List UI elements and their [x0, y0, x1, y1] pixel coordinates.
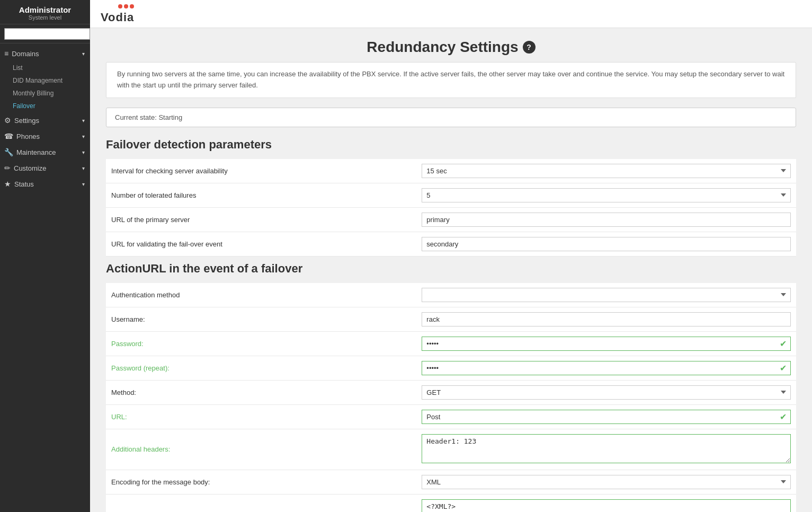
table-row: Additional headers: Header1: 123: [106, 429, 796, 470]
admin-name: Administrator: [5, 5, 85, 14]
secondary-url-input[interactable]: [422, 237, 791, 251]
nav-group-customize[interactable]: ✏ Customize ▾: [0, 160, 90, 176]
topbar: Vodia: [90, 0, 812, 28]
logo-dot-2: [124, 4, 128, 8]
page-content: Redundancy Settings ? By running two ser…: [90, 28, 812, 512]
field-label-secondary-url: URL for validating the fail-over event: [106, 232, 416, 256]
page-description: By running two servers at the same time,…: [106, 62, 796, 98]
table-row: URL: ✔: [106, 404, 796, 429]
field-input-username: [416, 307, 796, 331]
field-label-url: URL:: [106, 404, 416, 429]
password-input[interactable]: [422, 337, 791, 351]
field-label-headers: Additional headers:: [106, 429, 416, 470]
nav-group-maintenance[interactable]: 🔧 Maintenance ▾: [0, 144, 90, 160]
logo: Vodia: [101, 4, 134, 23]
search-wrap: 🔍: [0, 24, 90, 43]
url-input-wrap: ✔: [422, 410, 791, 424]
field-input-password: ✔: [416, 331, 796, 356]
table-row: Password (repeat): ✔: [106, 356, 796, 380]
phones-icon: ☎: [4, 132, 13, 140]
action-section-title: ActionURL in the event of a failover: [106, 262, 796, 276]
logo-dot-3: [130, 4, 134, 8]
field-label-primary-url: URL of the primary server: [106, 207, 416, 232]
phones-label: Phones: [16, 133, 40, 140]
field-label-failures: Number of tolerated failures: [106, 183, 416, 207]
table-row: URL of the primary server: [106, 207, 796, 232]
field-input-interval: 5 sec 10 sec 15 sec 30 sec 60 sec: [416, 159, 796, 183]
table-row: Encoding for the message body: XML JSON …: [106, 470, 796, 494]
url-input[interactable]: [422, 410, 791, 424]
field-input-encoding: XML JSON Form: [416, 470, 796, 494]
search-input[interactable]: [4, 28, 90, 40]
field-input-password-repeat: ✔: [416, 356, 796, 380]
password-repeat-input[interactable]: [422, 361, 791, 375]
domains-label: Domains: [12, 50, 39, 58]
sidebar: Administrator System level 🔍 ≡ Domains ▾…: [0, 0, 90, 512]
logo-dot-1: [118, 4, 122, 8]
sidebar-item-monthly-billing[interactable]: Monthly Billing: [0, 87, 90, 100]
failover-form-table: Interval for checking server availabilit…: [106, 159, 796, 257]
table-row: Password: ✔: [106, 331, 796, 356]
failures-select[interactable]: 3 5 10: [422, 188, 791, 202]
field-label-password: Password:: [106, 331, 416, 356]
status-icon: ★: [4, 180, 11, 188]
maintenance-caret: ▾: [82, 149, 85, 155]
field-input-auth: Basic Digest: [416, 283, 796, 307]
nav-group-status[interactable]: ★ Status ▾: [0, 176, 90, 192]
settings-label: Settings: [14, 117, 39, 125]
field-input-method: GET POST PUT: [416, 380, 796, 404]
nav-group-settings[interactable]: ⚙ Settings ▾: [0, 112, 90, 128]
field-label-auth: Authentication method: [106, 283, 416, 307]
customize-label: Customize: [14, 164, 46, 172]
admin-level: System level: [5, 14, 85, 21]
table-row: Method: GET POST PUT: [106, 380, 796, 404]
table-row: URL for validating the fail-over event: [106, 232, 796, 256]
field-label-method: Method:: [106, 380, 416, 404]
customize-icon: ✏: [4, 164, 11, 172]
method-select[interactable]: GET POST PUT: [422, 385, 791, 400]
password-input-wrap: ✔: [422, 337, 791, 351]
table-row: Interval for checking server availabilit…: [106, 159, 796, 183]
sidebar-item-list[interactable]: List: [0, 61, 90, 74]
current-state-box: Current state: Starting: [106, 108, 796, 127]
current-state-label: Current state:: [115, 113, 157, 121]
admin-header: Administrator System level: [0, 0, 90, 24]
nav-group-domains[interactable]: ≡ Domains ▾: [0, 46, 90, 61]
logo-text: Vodia: [101, 12, 134, 23]
maintenance-label: Maintenance: [16, 148, 56, 156]
field-label-interval: Interval for checking server availabilit…: [106, 159, 416, 183]
field-input-primary-url: [416, 207, 796, 232]
headers-textarea[interactable]: Header1: 123: [422, 434, 791, 463]
field-label-encoding: Encoding for the message body:: [106, 470, 416, 494]
message-body-textarea[interactable]: <?XML?>: [422, 499, 791, 512]
field-label-username: Username:: [106, 307, 416, 331]
interval-select[interactable]: 5 sec 10 sec 15 sec 30 sec 60 sec: [422, 164, 791, 178]
sidebar-item-did-management[interactable]: DID Management: [0, 74, 90, 87]
field-input-headers: Header1: 123: [416, 429, 796, 470]
help-icon[interactable]: ?: [523, 41, 536, 54]
phones-caret: ▾: [82, 134, 85, 139]
main-content: Vodia Redundancy Settings ? By running t…: [90, 0, 812, 512]
username-input[interactable]: [422, 312, 791, 326]
domains-icon: ≡: [4, 49, 8, 58]
action-form-table: Authentication method Basic Digest Usern…: [106, 283, 796, 512]
maintenance-icon: 🔧: [4, 148, 13, 156]
status-label: Status: [14, 180, 34, 188]
status-caret: ▾: [82, 181, 85, 187]
auth-select[interactable]: Basic Digest: [422, 288, 791, 302]
settings-caret: ▾: [82, 118, 85, 123]
password-check-icon: ✔: [780, 339, 787, 349]
field-label-message-body: Message body:: [106, 494, 416, 512]
current-state-value: Starting: [158, 113, 182, 121]
settings-icon: ⚙: [4, 116, 11, 125]
field-input-url: ✔: [416, 404, 796, 429]
customize-caret: ▾: [82, 165, 85, 171]
password-repeat-check-icon: ✔: [780, 363, 787, 373]
nav-section: ≡ Domains ▾ List DID Management Monthly …: [0, 43, 90, 194]
encoding-select[interactable]: XML JSON Form: [422, 475, 791, 489]
nav-group-phones[interactable]: ☎ Phones ▾: [0, 128, 90, 144]
page-title: Redundancy Settings ?: [106, 39, 796, 56]
sidebar-item-failover[interactable]: Failover: [0, 100, 90, 112]
primary-url-input[interactable]: [422, 213, 791, 227]
field-input-secondary-url: [416, 232, 796, 256]
